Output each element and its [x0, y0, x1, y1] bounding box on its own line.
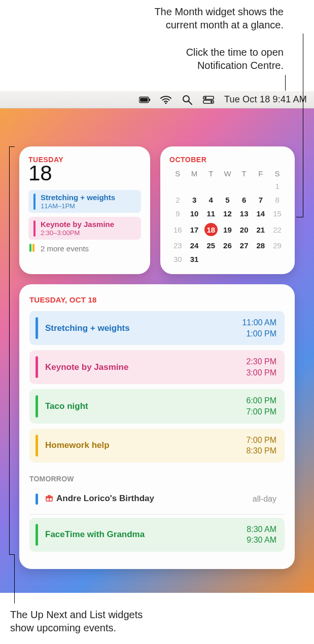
month-day[interactable]: 21	[253, 220, 269, 239]
event-time-start: 2:30 PM	[246, 356, 276, 367]
callout-list: The Up Next and List widgets show upcomi…	[10, 608, 143, 634]
dow-header: T	[236, 168, 253, 179]
callout-month: The Month widget shows the current month…	[154, 5, 284, 31]
month-day[interactable]: 15	[269, 207, 286, 220]
svg-rect-2	[149, 98, 150, 101]
event-title: Stretching + weights	[41, 193, 115, 202]
upnext-widget[interactable]: Tuesday 18 Stretching + weights 11AM–1PM…	[19, 146, 150, 274]
callout-text: Notification Centre.	[186, 59, 284, 72]
month-day[interactable]: 22	[269, 220, 286, 239]
event-color-bar	[36, 524, 38, 546]
month-day[interactable]: 3	[186, 193, 203, 207]
month-day[interactable]: 9	[169, 207, 186, 220]
dow-header: S	[269, 168, 286, 179]
leader-line	[14, 555, 15, 603]
list-section-title: Tomorrow	[29, 475, 285, 483]
menubar: Tue Oct 18 9:41 AM	[0, 91, 314, 108]
month-day[interactable]: 7	[253, 193, 269, 207]
event-times: 7:00 PM 8:30 PM	[246, 435, 276, 457]
month-day	[236, 252, 253, 266]
month-day[interactable]: 2	[169, 193, 186, 207]
month-day	[219, 179, 236, 193]
menubar-clock[interactable]: Tue Oct 18 9:41 AM	[224, 94, 307, 105]
callout-text: Click the time to open	[186, 46, 284, 59]
wifi-icon[interactable]	[160, 94, 171, 105]
svg-rect-1	[140, 98, 148, 102]
month-day[interactable]: 18	[202, 220, 219, 239]
month-day[interactable]: 12	[219, 207, 236, 220]
month-day[interactable]: 23	[169, 239, 186, 252]
month-day[interactable]: 4	[202, 193, 219, 207]
search-icon[interactable]	[182, 94, 193, 105]
month-today[interactable]: 18	[204, 223, 218, 236]
callout-text: current month at a glance.	[154, 18, 284, 31]
svg-point-4	[183, 96, 189, 102]
month-day	[269, 252, 286, 266]
event-color-bar	[36, 435, 38, 457]
month-day[interactable]: 8	[269, 193, 286, 207]
month-day[interactable]: 10	[186, 207, 203, 220]
list-event[interactable]: Stretching + weights 11:00 AM 1:00 PM	[29, 311, 285, 345]
event-title: Taco night	[45, 401, 246, 411]
more-events-label: 2 more events	[41, 244, 89, 253]
birthday-icon	[45, 494, 53, 504]
month-day[interactable]: 26	[219, 239, 236, 252]
event-time: 2:30–3:00PM	[41, 229, 114, 237]
month-day[interactable]: 20	[236, 220, 253, 239]
list-event[interactable]: Keynote by Jasmine 2:30 PM 3:00 PM	[29, 350, 285, 384]
event-color-bar	[36, 395, 38, 417]
svg-point-3	[165, 102, 166, 103]
month-day	[219, 252, 236, 266]
month-title: October	[169, 156, 286, 164]
month-day[interactable]: 14	[253, 207, 269, 220]
list-event[interactable]: Homework help 7:00 PM 8:30 PM	[29, 429, 285, 463]
list-event[interactable]: Taco night 6:00 PM 7:00 PM	[29, 389, 285, 423]
month-day[interactable]: 13	[236, 207, 253, 220]
month-day	[253, 252, 269, 266]
month-day[interactable]: 17	[186, 220, 203, 239]
month-widget[interactable]: October S M T W T F S 123456789101112131…	[160, 146, 295, 274]
month-day[interactable]: 11	[202, 207, 219, 220]
upnext-more-events[interactable]: 2 more events	[28, 244, 141, 253]
month-day[interactable]: 19	[219, 220, 236, 239]
dow-header: T	[202, 168, 219, 179]
month-grid: S M T W T F S 12345678910111213141516171…	[169, 168, 286, 266]
desktop: Tuesday 18 Stretching + weights 11AM–1PM…	[0, 108, 314, 593]
control-center-icon[interactable]	[203, 94, 214, 105]
list-widget[interactable]: Tuesday, Oct 18 Stretching + weights 11:…	[19, 284, 295, 569]
month-day[interactable]: 1	[269, 179, 286, 193]
widget-area: Tuesday 18 Stretching + weights 11AM–1PM…	[19, 146, 295, 569]
event-time-end: 9:30 AM	[247, 535, 276, 546]
month-day[interactable]: 29	[269, 239, 286, 252]
upnext-event[interactable]: Keynote by Jasmine 2:30–3:00PM	[28, 217, 141, 240]
event-color-bar	[33, 220, 36, 237]
event-title: FaceTime with Grandma	[45, 529, 247, 540]
month-day[interactable]: 24	[186, 239, 203, 252]
divider	[29, 514, 285, 515]
event-title: Homework help	[45, 440, 246, 450]
event-title: Keynote by Jasmine	[45, 362, 246, 372]
month-day[interactable]: 27	[236, 239, 253, 252]
event-color-bar	[33, 194, 36, 210]
month-day[interactable]: 30	[169, 252, 186, 266]
month-day[interactable]: 5	[219, 193, 236, 207]
dow-header: W	[219, 168, 236, 179]
list-section-title: Tuesday, Oct 18	[29, 295, 285, 304]
month-day[interactable]: 6	[236, 193, 253, 207]
month-day[interactable]: 28	[253, 239, 269, 252]
battery-icon[interactable]	[139, 94, 150, 105]
leader-line	[296, 217, 303, 217]
upnext-event[interactable]: Stretching + weights 11AM–1PM	[28, 190, 141, 213]
month-day[interactable]: 25	[202, 239, 219, 252]
month-day[interactable]: 16	[169, 220, 186, 239]
event-title: Andre Lorico's Birthday	[45, 494, 253, 504]
list-event[interactable]: FaceTime with Grandma 8:30 AM 9:30 AM	[29, 518, 285, 552]
event-time-end: 3:00 PM	[246, 367, 276, 378]
dow-header: M	[186, 168, 203, 179]
month-day[interactable]: 31	[186, 252, 203, 266]
upnext-daynumber: 18	[28, 163, 141, 184]
month-day	[169, 179, 186, 193]
list-event[interactable]: Andre Lorico's Birthday all-day	[29, 489, 285, 509]
event-title: Stretching + weights	[45, 323, 242, 333]
event-times: 6:00 PM 7:00 PM	[246, 395, 276, 417]
